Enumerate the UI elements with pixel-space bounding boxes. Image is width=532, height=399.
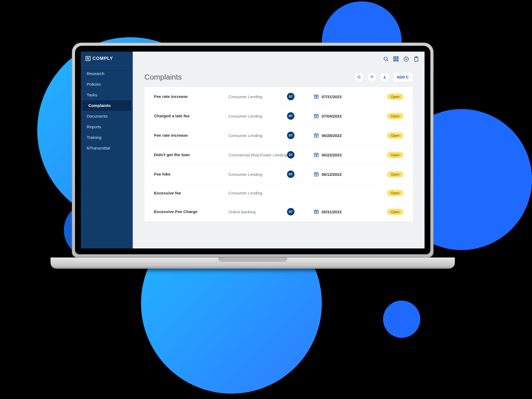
- status-badge: Open: [387, 190, 403, 196]
- help-icon[interactable]: [403, 56, 409, 62]
- svg-point-20: [316, 116, 317, 117]
- svg-point-6: [358, 76, 360, 78]
- assignee-cell: DT: [287, 93, 314, 100]
- sidebar-item-tasks[interactable]: Tasks: [81, 90, 133, 100]
- svg-point-25: [316, 136, 317, 137]
- complaint-date: 07/04/2023: [322, 114, 342, 118]
- sidebar-item-policies[interactable]: Policies: [81, 79, 133, 90]
- assignee-avatar[interactable]: DT: [287, 112, 294, 120]
- sidebar-item-reports[interactable]: Reports: [81, 122, 133, 132]
- sidebar-item-label: Complaints: [88, 103, 111, 108]
- assignee-cell: DT: [287, 171, 314, 178]
- complaint-title: Fee rate increase: [154, 94, 228, 99]
- status-badge: Open: [387, 113, 403, 119]
- complaints-table: Fee rate increaseConsumer LendingDT07/31…: [144, 87, 413, 222]
- complaint-date: 06/22/2023: [322, 153, 342, 157]
- status-cell: Open: [364, 113, 403, 119]
- complaint-date: 05/31/2023: [322, 210, 342, 214]
- assignee-avatar[interactable]: DT: [287, 151, 294, 159]
- sidebar-item-complaints[interactable]: Complaints: [82, 100, 131, 111]
- complaint-title: Didn't get the loan: [154, 152, 228, 157]
- date-cell: 05/31/2023: [314, 209, 364, 214]
- svg-line-7: [360, 78, 360, 78]
- table-row[interactable]: Fee rate increaseConsumer LendingDT07/31…: [144, 87, 413, 106]
- filter-button[interactable]: [367, 72, 377, 82]
- complaint-category: Consumer Lending: [228, 133, 287, 138]
- sidebar-item-label: Reports: [87, 124, 101, 129]
- status-cell: Open: [364, 209, 403, 215]
- sidebar-item-research[interactable]: Research: [81, 68, 133, 79]
- sidebar-item-label: Training: [87, 135, 101, 140]
- svg-point-40: [316, 212, 317, 213]
- complaint-title: Fee rate increase: [154, 133, 228, 138]
- status-badge: Open: [387, 132, 403, 139]
- main-panel: Complaints ADD C: [133, 52, 425, 248]
- add-complaint-button[interactable]: ADD C: [393, 72, 413, 82]
- date-cell: 06/28/2023: [314, 133, 364, 138]
- complaint-category: Consumer Lending: [228, 172, 287, 177]
- app-window: N COMPLY ResearchPoliciesTasksComplaints…: [81, 52, 425, 248]
- table-row[interactable]: Excessive Fee ChargeOnline BankingDT05/3…: [144, 202, 413, 222]
- table-row[interactable]: Fee rate increaseConsumer LendingDT06/28…: [144, 126, 413, 145]
- svg-point-15: [316, 97, 317, 98]
- assignee-cell: DT: [287, 151, 314, 159]
- assignee-cell: DT: [287, 132, 314, 139]
- assignee-cell: DT: [287, 208, 314, 215]
- complaint-date: 07/31/2023: [322, 94, 342, 99]
- assignee-avatar[interactable]: DT: [287, 132, 294, 139]
- search-icon[interactable]: [383, 56, 389, 62]
- complaint-category: Consumer Lending: [228, 114, 287, 118]
- apps-grid-icon[interactable]: [393, 56, 399, 62]
- status-cell: Open: [364, 190, 403, 196]
- complaint-category: Commercial Real Estate Lending: [228, 153, 287, 157]
- table-row[interactable]: Fee hikeConsumer LendingDT06/12/2023Open: [144, 165, 413, 184]
- status-badge: Open: [387, 171, 403, 177]
- status-cell: Open: [364, 171, 403, 177]
- download-button[interactable]: [380, 72, 389, 82]
- page-title: Complaints: [144, 73, 182, 81]
- sidebar-item-documents[interactable]: Documents: [81, 111, 133, 122]
- date-cell: 06/12/2023: [314, 172, 364, 177]
- assignee-avatar[interactable]: DT: [287, 171, 294, 178]
- table-row[interactable]: Excessive feeConsumer LendingOpen: [144, 184, 413, 202]
- topbar: [133, 52, 425, 66]
- clipboard-icon[interactable]: [413, 56, 419, 62]
- sidebar-item-training[interactable]: Training: [81, 132, 133, 143]
- status-cell: Open: [364, 132, 403, 139]
- date-cell: 06/22/2023: [314, 152, 364, 157]
- svg-point-35: [316, 174, 317, 176]
- status-badge: Open: [387, 152, 403, 158]
- sidebar-item-label: Research: [87, 71, 104, 76]
- table-row[interactable]: Didn't get the loanCommercial Real Estat…: [144, 145, 413, 165]
- complaint-title: Fee hike: [154, 172, 228, 177]
- brand[interactable]: N COMPLY: [81, 52, 133, 66]
- sidebar-item-ntransmittal[interactable]: NTransmittal: [81, 143, 133, 153]
- brand-logo-icon: N: [86, 56, 90, 61]
- status-cell: Open: [364, 152, 403, 158]
- sidebar-item-label: Tasks: [87, 93, 97, 97]
- sidebar-item-label: NTransmittal: [87, 146, 110, 150]
- svg-point-30: [316, 155, 317, 156]
- complaint-category: Consumer Lending: [228, 94, 287, 99]
- search-button[interactable]: [354, 72, 364, 82]
- status-cell: Open: [364, 94, 403, 100]
- calendar-icon: [314, 172, 319, 177]
- page-actions: ADD C: [354, 72, 413, 82]
- complaint-date: 06/12/2023: [322, 172, 342, 177]
- assignee-cell: DT: [287, 112, 314, 120]
- complaint-category: Online Banking: [228, 210, 287, 214]
- calendar-icon: [314, 113, 319, 119]
- page-header: Complaints ADD C: [133, 66, 425, 87]
- laptop-mock: N COMPLY ResearchPoliciesTasksComplaints…: [72, 43, 434, 269]
- assignee-avatar[interactable]: DT: [287, 208, 294, 215]
- calendar-icon: [314, 209, 319, 214]
- complaint-title: Excessive Fee Charge: [154, 209, 228, 214]
- svg-marker-3: [406, 58, 407, 60]
- sidebar-item-label: Policies: [87, 82, 101, 86]
- assignee-avatar[interactable]: DT: [287, 93, 294, 100]
- table-row[interactable]: Charged a late feeConsumer LendingDT07/0…: [144, 106, 413, 126]
- sidebar-item-label: Documents: [87, 114, 107, 118]
- date-cell: 07/31/2023: [314, 94, 364, 99]
- complaint-title: Excessive fee: [154, 191, 228, 196]
- complaint-date: 06/28/2023: [322, 133, 342, 138]
